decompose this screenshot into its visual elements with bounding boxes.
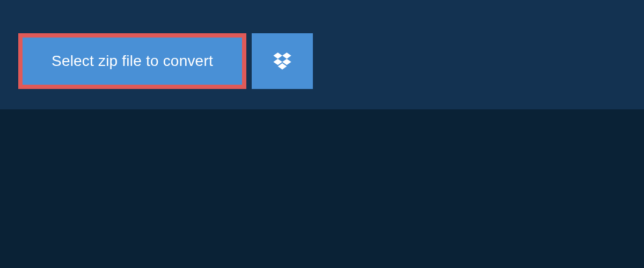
select-file-highlight: Select zip file to convert <box>18 33 246 89</box>
select-file-label: Select zip file to convert <box>52 53 213 69</box>
dropbox-icon <box>272 50 293 73</box>
action-row: Select zip file to convert <box>18 33 644 89</box>
select-file-button[interactable]: Select zip file to convert <box>23 38 242 85</box>
dropbox-button[interactable] <box>252 33 313 89</box>
converter-panel: Convert zip to gltf Select zip file to c… <box>0 0 644 109</box>
